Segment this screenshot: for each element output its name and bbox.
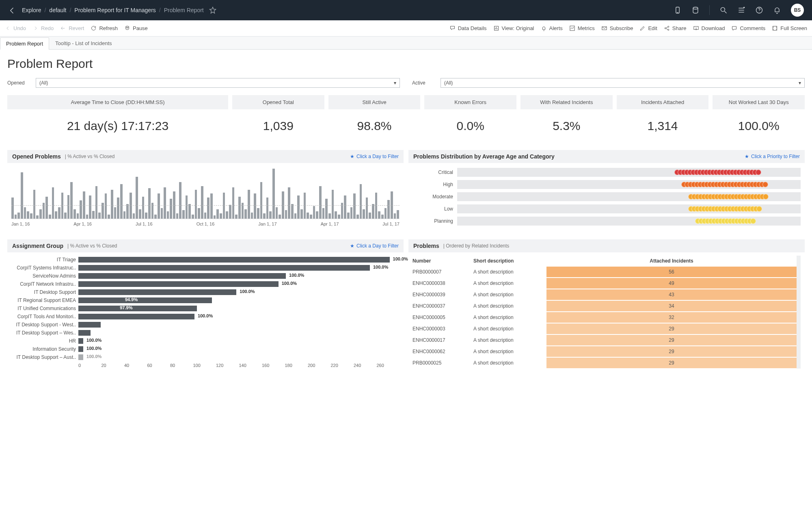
- bar[interactable]: [279, 215, 281, 219]
- tab-tooltip-list-of-incidents[interactable]: Tooltip - List of Incidents: [49, 37, 118, 49]
- assignment-row[interactable]: IT Regional Support EMEA94.9%: [11, 296, 400, 304]
- bar[interactable]: [182, 210, 185, 219]
- bar[interactable]: [397, 210, 399, 219]
- bar[interactable]: [80, 200, 82, 219]
- revert-button[interactable]: Revert: [60, 25, 84, 31]
- kpi-card[interactable]: With Related Incidents5.3%: [520, 95, 613, 143]
- bar[interactable]: [369, 213, 371, 219]
- metrics-button[interactable]: Metrics: [569, 25, 595, 31]
- bar[interactable]: [294, 213, 297, 219]
- assignment-row[interactable]: CorpIT Tools And Monitori..100.0%: [11, 313, 400, 321]
- bar[interactable]: [167, 211, 169, 219]
- bar[interactable]: [33, 190, 36, 219]
- bar[interactable]: [229, 205, 231, 219]
- assignment-chart[interactable]: IT Triage100.0%CorpIT Systems Infrastruc…: [7, 252, 404, 371]
- kpi-card[interactable]: Opened Total1,039: [232, 95, 324, 143]
- bar[interactable]: [251, 213, 253, 219]
- bar[interactable]: [322, 208, 325, 219]
- bar[interactable]: [332, 190, 334, 219]
- tab-problem-report[interactable]: Problem Report: [0, 37, 49, 50]
- priority-dot[interactable]: [750, 218, 756, 224]
- scrollbar[interactable]: [797, 256, 801, 369]
- bar[interactable]: [188, 204, 191, 219]
- bar[interactable]: [21, 172, 23, 219]
- pause-button[interactable]: Pause: [124, 25, 148, 31]
- bar[interactable]: [78, 273, 286, 279]
- distribution-row[interactable]: Moderate: [412, 191, 801, 203]
- bar[interactable]: [195, 190, 197, 219]
- assignment-row[interactable]: Information Security100.0%: [11, 345, 400, 353]
- bar[interactable]: [276, 207, 278, 219]
- kpi-card[interactable]: Incidents Attached1,314: [617, 95, 709, 143]
- crumb-project[interactable]: default: [49, 7, 66, 13]
- bar[interactable]: [378, 211, 380, 219]
- priority-dot[interactable]: [756, 206, 762, 212]
- bar[interactable]: [154, 215, 157, 219]
- bar[interactable]: [344, 195, 346, 219]
- distribution-row[interactable]: High: [412, 178, 801, 191]
- fullscreen-button[interactable]: Full Screen: [772, 25, 807, 31]
- table-row[interactable]: ENHC0000038A short description49: [412, 278, 797, 289]
- bar[interactable]: [24, 207, 26, 219]
- bar[interactable]: [248, 190, 250, 219]
- filter-active-select[interactable]: (All) ▾: [441, 78, 805, 88]
- bar[interactable]: [313, 206, 315, 219]
- bar[interactable]: [52, 187, 54, 219]
- bar[interactable]: [49, 215, 51, 219]
- bar[interactable]: [145, 213, 147, 219]
- bar[interactable]: [316, 211, 318, 219]
- bar[interactable]: [55, 211, 57, 219]
- alerts-button[interactable]: Alerts: [541, 25, 563, 31]
- bar[interactable]: [105, 193, 107, 219]
- col-number[interactable]: Number: [412, 258, 473, 264]
- assignment-row[interactable]: ServiceNow Admins100.0%: [11, 272, 400, 280]
- bar[interactable]: [78, 354, 83, 360]
- notifications-icon[interactable]: [773, 6, 781, 14]
- assignment-row[interactable]: HR100.0%: [11, 337, 400, 345]
- kpi-card[interactable]: Known Errors0.0%: [424, 95, 516, 143]
- bar[interactable]: [78, 330, 91, 336]
- search-icon[interactable]: [719, 6, 728, 14]
- bar[interactable]: [319, 186, 322, 219]
- crumb-workbook[interactable]: Problem Report for IT Managers: [74, 7, 156, 13]
- bar[interactable]: [142, 197, 145, 219]
- bar[interactable]: [78, 281, 279, 287]
- bar[interactable]: [335, 211, 337, 219]
- undo-button[interactable]: Undo: [5, 25, 26, 31]
- bar[interactable]: [58, 207, 60, 219]
- table-row[interactable]: ENHC0000005A short description32: [412, 312, 797, 323]
- bar[interactable]: [372, 204, 374, 219]
- bar[interactable]: [78, 289, 236, 295]
- table-row[interactable]: PRB0000007A short description56: [412, 266, 797, 278]
- priority-dot[interactable]: [756, 169, 761, 175]
- table-row[interactable]: PRB0000025A short description29: [412, 357, 797, 369]
- subscribe-button[interactable]: Subscribe: [601, 25, 633, 31]
- bar[interactable]: [15, 215, 17, 219]
- bar[interactable]: [36, 215, 39, 219]
- redo-button[interactable]: Redo: [32, 25, 54, 31]
- bar[interactable]: [210, 193, 213, 219]
- bar[interactable]: [235, 215, 238, 219]
- problems-table[interactable]: Number Short description Attached Incide…: [408, 252, 805, 372]
- assignment-row[interactable]: IT Desktop Support - West..: [11, 321, 400, 329]
- bar[interactable]: [126, 204, 129, 219]
- distribution-row[interactable]: Critical: [412, 166, 801, 178]
- priority-dot[interactable]: [762, 182, 768, 187]
- bar[interactable]: [266, 198, 269, 219]
- bar[interactable]: [216, 209, 219, 219]
- bar[interactable]: [325, 199, 328, 219]
- bar[interactable]: [78, 314, 194, 319]
- bar[interactable]: [78, 257, 390, 263]
- bar[interactable]: [39, 209, 42, 219]
- kpi-card[interactable]: Still Active98.8%: [328, 95, 421, 143]
- bar[interactable]: [244, 209, 247, 219]
- bar[interactable]: [148, 188, 151, 219]
- bar[interactable]: [307, 213, 309, 219]
- bar[interactable]: [11, 198, 14, 219]
- distribution-chart[interactable]: CriticalHighModerateLowPlanning: [408, 163, 805, 230]
- back-button[interactable]: [8, 7, 15, 14]
- bar[interactable]: [338, 215, 340, 219]
- bar[interactable]: [64, 213, 67, 219]
- bar[interactable]: [111, 190, 113, 219]
- bar[interactable]: [67, 195, 70, 219]
